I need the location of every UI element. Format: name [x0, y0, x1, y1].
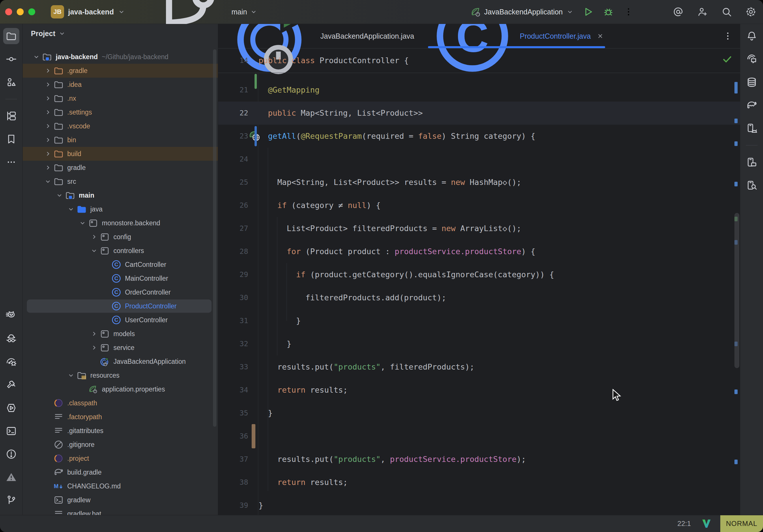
chevron-down-icon[interactable] [78, 218, 87, 228]
device-manager-tool-icon[interactable] [744, 120, 760, 137]
tree-item-gradlew[interactable]: gradlew [23, 493, 218, 507]
inspections-ok-icon[interactable] [722, 53, 733, 66]
chevron-right-icon[interactable] [43, 149, 53, 159]
project-tool-icon[interactable] [3, 28, 19, 44]
tree-item-gradle[interactable]: gradle [23, 161, 218, 174]
running-devices-tool-icon[interactable] [744, 154, 760, 170]
tree-item-cartcontroller[interactable]: CCartController [23, 258, 218, 271]
chevron-right-icon[interactable] [43, 121, 53, 131]
code-line-22[interactable]: 22 public Map<String, List<Product>> [218, 102, 740, 125]
error-stripe-mark[interactable] [734, 141, 738, 146]
tree-item-gradlew-bat[interactable]: gradlew.bat [23, 507, 218, 515]
code-line-23[interactable]: 23 getAll(@RequestParam(required = false… [218, 125, 740, 148]
ai-assistant-tool-icon[interactable] [744, 51, 760, 67]
sticky-code-line[interactable]: 14 public class ProductController { [218, 49, 740, 73]
tree-item-build-gradle[interactable]: build.gradle [23, 465, 218, 479]
gear-icon[interactable] [745, 6, 757, 18]
build-tool-icon[interactable] [3, 377, 19, 393]
tree-item--factorypath[interactable]: .factorypath [23, 410, 218, 424]
line-number[interactable]: 23 [218, 125, 248, 148]
code-line-33[interactable]: 33 results.put("products", filteredProdu… [218, 356, 740, 378]
hierarchy-tool-icon[interactable] [3, 108, 19, 124]
device-explorer-tool-icon[interactable] [744, 177, 760, 193]
tree-item-config[interactable]: config [23, 230, 218, 244]
code-line-21[interactable]: 21 @GetMapping [218, 78, 740, 102]
version-control-tool-icon[interactable] [3, 492, 19, 508]
tree-item-maincontroller[interactable]: CMainController [23, 271, 218, 285]
minimize-button[interactable] [17, 8, 24, 15]
tree-item-monostore-backend[interactable]: monostore.backend [23, 216, 218, 230]
database-tool-icon[interactable] [744, 74, 760, 90]
tree-item-java-backend[interactable]: java-backend~/Github/java-backend [23, 50, 218, 64]
ideavim-icon[interactable] [701, 518, 711, 529]
tab-options-kebab-icon[interactable] [723, 24, 733, 48]
chevron-down-icon[interactable] [43, 176, 53, 186]
tree-item-changelog-md[interactable]: MCHANGELOG.md [23, 479, 218, 493]
project-panel-header[interactable]: Project [23, 24, 218, 43]
line-number[interactable]: 21 [218, 78, 248, 102]
line-number[interactable]: 33 [218, 356, 248, 378]
error-stripe-mark[interactable] [734, 389, 738, 394]
code-line-32[interactable]: 32 } [218, 332, 740, 356]
project-tree-scrollbar[interactable] [213, 49, 216, 427]
line-number[interactable]: 34 [218, 378, 248, 402]
tab-javabackendapplication[interactable]: JavaBackendApplication.java [222, 24, 422, 48]
chevron-down-icon[interactable] [32, 52, 41, 62]
tree-item-ordercontroller[interactable]: COrderController [23, 285, 218, 299]
line-number[interactable]: 32 [218, 332, 248, 356]
zoom-button[interactable] [28, 8, 35, 15]
line-number[interactable]: 26 [218, 194, 248, 217]
chevron-right-icon[interactable] [89, 329, 99, 339]
structure-tool-icon[interactable] [3, 74, 19, 90]
line-number[interactable]: 31 [218, 309, 248, 332]
chevron-down-icon[interactable] [66, 371, 76, 380]
notifications-warning-icon[interactable] [3, 469, 19, 485]
tree-item-src[interactable]: src [23, 174, 218, 188]
vim-mode-badge[interactable]: NORMAL [720, 515, 763, 532]
code-line-28[interactable]: 28 for (Product product : productService… [218, 240, 740, 263]
code-line-25[interactable]: 25 Map<String, List<Product>> results = … [218, 171, 740, 194]
line-number[interactable]: 27 [218, 217, 248, 240]
tree-item--gitignore[interactable]: .gitignore [23, 438, 218, 452]
line-number[interactable]: 30 [218, 286, 248, 309]
chevron-right-icon[interactable] [89, 343, 99, 353]
code-line-34[interactable]: 34 return results; [218, 378, 740, 402]
tree-item--project[interactable]: .project [23, 452, 218, 465]
run-button[interactable] [582, 6, 594, 18]
more-actions-kebab-icon[interactable] [623, 6, 634, 18]
line-number[interactable]: 24 [218, 148, 248, 171]
code-line-37[interactable]: 37 results.put("products", productServic… [218, 448, 740, 471]
ai-cat-plugin-icon[interactable] [3, 308, 19, 324]
commit-tool-icon[interactable] [3, 51, 19, 67]
line-number[interactable]: 37 [218, 448, 248, 471]
line-number[interactable]: 36 [218, 425, 248, 448]
code-line-27[interactable]: 27 List<Product> filteredProducts = new … [218, 217, 740, 240]
tree-item--gradle[interactable]: .gradle [23, 64, 218, 78]
gradle-tool-icon[interactable] [744, 97, 760, 113]
bookmarks-tool-icon[interactable] [3, 131, 19, 147]
line-number[interactable]: 22 [218, 102, 248, 125]
project-widget[interactable]: JB java-backend [51, 0, 125, 24]
close-tab-icon[interactable] [597, 32, 604, 40]
chevron-down-icon[interactable] [54, 190, 64, 200]
tree-item-javabackendapplication[interactable]: JavaBackendApplication [23, 355, 218, 369]
tree-item-models[interactable]: models [23, 327, 218, 341]
code-line-29[interactable]: 29 if (product.getCategory().equalsIgnor… [218, 263, 740, 286]
chevron-right-icon[interactable] [43, 163, 53, 172]
chevron-down-icon[interactable] [89, 246, 99, 256]
code-line-39[interactable]: 39} [218, 494, 740, 515]
tree-item-java[interactable]: java [23, 202, 218, 216]
chevron-right-icon[interactable] [43, 135, 53, 145]
ai-assistant-icon[interactable] [672, 6, 684, 18]
tree-item--nx[interactable]: .nx [23, 91, 218, 105]
tree-item-bin[interactable]: bin [23, 133, 218, 147]
tree-item-application-properties[interactable]: application.properties [23, 382, 218, 396]
run-configuration-selector[interactable]: JavaBackendApplication [470, 6, 574, 17]
code-line-24[interactable]: 24 [218, 148, 740, 171]
tree-item-build[interactable]: build [23, 147, 218, 161]
code-line-38[interactable]: 38 return results; [218, 471, 740, 494]
tree-item--classpath[interactable]: .classpath [23, 396, 218, 410]
chevron-right-icon[interactable] [89, 232, 99, 242]
search-icon[interactable] [721, 6, 732, 18]
tab-productcontroller[interactable]: C ProductController.java [422, 24, 611, 48]
